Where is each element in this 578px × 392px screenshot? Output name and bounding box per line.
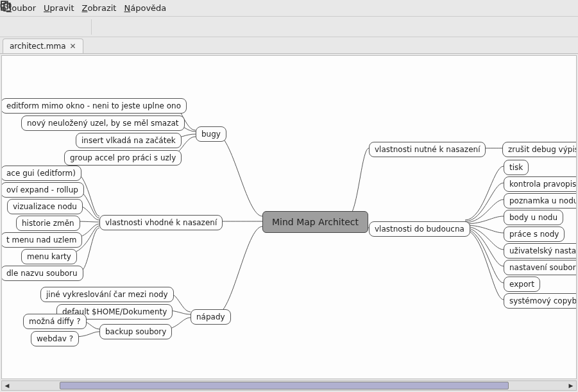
node-menu-over-node[interactable]: t menu nad uzlem — [1, 232, 82, 248]
node-diffy[interactable]: možná diffy ? — [23, 314, 87, 329]
scroll-right-icon[interactable]: ▶ — [566, 381, 576, 390]
node-napady[interactable]: nápady — [191, 309, 231, 325]
copy-icon[interactable] — [6, 21, 18, 33]
node-right-required[interactable]: vlastnosti nutné k nasazení — [369, 142, 486, 157]
toolbar-separator — [91, 19, 92, 35]
node-line-rendering[interactable]: jiné vykreslování čar mezi nody — [40, 287, 174, 302]
node-points[interactable]: body u nodu — [504, 210, 563, 225]
svg-rect-11 — [1, 1, 5, 4]
scroll-left-icon[interactable]: ◀ — [2, 381, 12, 390]
horizontal-scrollbar[interactable]: ◀ ▶ — [1, 380, 577, 391]
menu-view[interactable]: Zobrazit — [82, 3, 117, 13]
node-print[interactable]: tisk — [504, 160, 529, 175]
document-tab[interactable]: architect.mma ✕ — [3, 38, 83, 53]
node-bugy[interactable]: bugy — [196, 126, 226, 142]
scroll-track[interactable] — [12, 381, 566, 390]
node-history[interactable]: historie změn — [16, 216, 80, 231]
node-group-accel[interactable]: group accel pro práci s uzly — [64, 150, 182, 166]
node-spellcheck[interactable]: kontrola pravopisu — [504, 176, 577, 192]
root-node[interactable]: Mind Map Architect — [262, 211, 368, 233]
node-copybor[interactable]: systémový copybor — [504, 293, 577, 309]
node-note[interactable]: poznamka u nodu — [504, 193, 577, 209]
close-icon[interactable]: ✕ — [70, 42, 76, 51]
node-menu-karty[interactable]: menu karty — [21, 249, 77, 264]
node-backup[interactable]: backup soubory — [99, 324, 172, 339]
node-work-nodes[interactable]: práce s nody — [504, 226, 565, 242]
tab-title: architect.mma — [10, 42, 66, 51]
scroll-thumb[interactable] — [60, 382, 509, 389]
node-cancel-debug[interactable]: zrušit debug výpisy — [502, 142, 577, 157]
node-webdav[interactable]: webdav ? — [31, 331, 79, 346]
node-right-future[interactable]: vlastnosti do budoucna — [369, 221, 470, 237]
node-insert-start[interactable]: insert vlkadá na začátek — [76, 133, 182, 148]
node-file-settings[interactable]: nastavení souboru — [504, 260, 577, 275]
node-by-filename[interactable]: dle nazvu souboru — [1, 266, 83, 281]
node-unsaved-node[interactable]: nový neuložený uzel, by se měl smazat — [21, 115, 185, 131]
node-export[interactable]: export — [504, 277, 540, 292]
tabbar: architect.mma ✕ — [0, 37, 578, 54]
expand-down-icon[interactable] — [47, 21, 59, 33]
toolbar — [0, 17, 578, 37]
node-editform-window[interactable]: editform mimo okno - neni to jeste uplne… — [1, 98, 187, 114]
menu-help[interactable]: Nápověda — [124, 3, 166, 13]
menu-edit[interactable]: Upravit — [44, 3, 74, 13]
node-vhodne[interactable]: vlastnosti vhodné k nasazení — [99, 215, 223, 230]
svg-rect-12 — [1, 8, 5, 10]
node-ace-gui[interactable]: ace gui (editform) — [1, 166, 81, 181]
menubar: Soubor Upravit Zobrazit Nápověda — [0, 0, 578, 17]
node-expand-rollup[interactable]: oví expand - rollup — [1, 182, 84, 198]
svg-marker-16 — [9, 3, 11, 6]
collapse-icon[interactable] — [27, 21, 38, 33]
node-user-settings[interactable]: uživatelský nastave — [504, 243, 577, 259]
expand-up-icon[interactable] — [68, 21, 80, 33]
mindmap-canvas[interactable]: Mind Map Architect vlastnosti nutné k na… — [1, 55, 577, 379]
node-vis-node[interactable]: vizualizace nodu — [7, 199, 83, 214]
